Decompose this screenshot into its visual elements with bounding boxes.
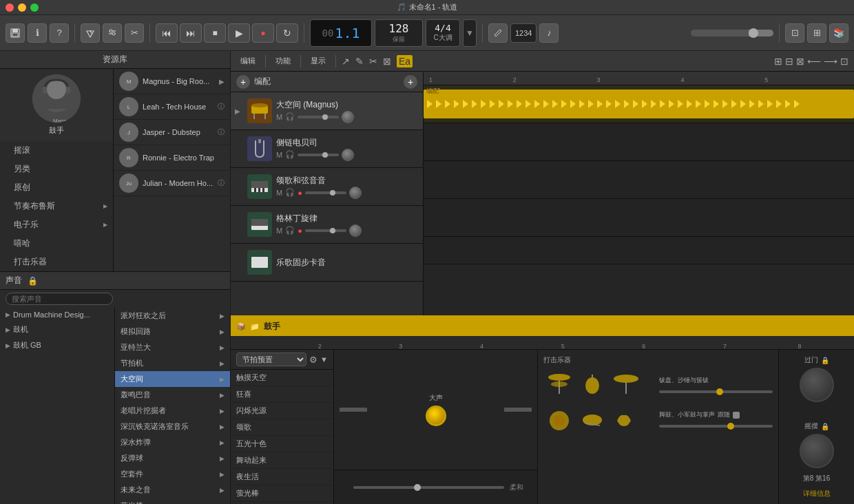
scissors-tool[interactable]: ✂ bbox=[369, 56, 377, 67]
library-button[interactable]: 📚 bbox=[829, 23, 848, 43]
record-enable-button[interactable]: ● bbox=[298, 227, 302, 235]
preset-thunder[interactable]: 轰鸣巴音 ▶ bbox=[115, 387, 230, 403]
de-icon-1[interactable]: 📦 bbox=[236, 322, 246, 331]
rewind-button[interactable]: ⏮ bbox=[156, 23, 178, 43]
grid-button[interactable]: ⊞ bbox=[807, 23, 826, 43]
category-item-rnb[interactable]: 节奏布鲁斯 bbox=[0, 197, 113, 216]
track-pan-knob[interactable] bbox=[342, 149, 354, 161]
headphone-button[interactable]: 🎧 bbox=[285, 112, 295, 121]
master-volume-knob[interactable] bbox=[749, 28, 758, 38]
record-enable-button[interactable]: ● bbox=[298, 189, 302, 197]
preset-select[interactable]: 节拍预置 bbox=[236, 353, 306, 366]
drummer-ronnie[interactable]: R Ronnie - Electro Trap bbox=[114, 145, 230, 171]
handclap-icon[interactable] bbox=[610, 406, 638, 433]
drummer-jasper[interactable]: J Jasper - Dubstep ⓘ bbox=[114, 120, 230, 145]
record-button[interactable]: ● bbox=[252, 23, 274, 43]
drummer-leah[interactable]: L Leah - Tech House ⓘ bbox=[114, 94, 230, 120]
track-volume-slider[interactable] bbox=[298, 154, 339, 156]
search-input[interactable] bbox=[6, 293, 113, 305]
preset-hymn[interactable]: 颂歌 bbox=[231, 419, 333, 436]
track-volume-slider[interactable] bbox=[305, 229, 346, 232]
edit-menu[interactable]: 编辑 bbox=[236, 54, 260, 67]
preset-gear-icon[interactable]: ⚙ bbox=[309, 355, 317, 365]
stop-button[interactable]: ■ bbox=[204, 23, 226, 43]
detail-link[interactable]: 详细信息 bbox=[803, 483, 831, 498]
preset-depth[interactable]: 深水炸弹 ▶ bbox=[115, 434, 230, 450]
preset-nightlife[interactable]: 夜生活 bbox=[231, 469, 333, 485]
preset-glow-stick[interactable]: 萤光棒 bbox=[231, 485, 333, 502]
drummer-magnus[interactable]: M Magnus - Big Roo... ▶ bbox=[114, 69, 230, 94]
kick-volume-slider[interactable] bbox=[659, 425, 773, 428]
settings-icon[interactable]: ⊡ bbox=[840, 56, 848, 67]
fast-forward-button[interactable]: ⏭ bbox=[180, 23, 202, 43]
loop-tool[interactable]: ⊠ bbox=[383, 56, 391, 67]
resize-left-icon[interactable]: ⟵ bbox=[807, 56, 821, 67]
category-item-electronic[interactable]: 电子乐 bbox=[0, 216, 113, 234]
category-item-percussion[interactable]: 打击乐器 bbox=[0, 253, 113, 271]
de-icon-2[interactable]: 📁 bbox=[250, 322, 260, 331]
smart-controls-icon[interactable]: ⊞ bbox=[774, 56, 782, 67]
kick-icon[interactable] bbox=[543, 403, 574, 434]
crash-icon[interactable] bbox=[610, 370, 641, 398]
track-pan-knob[interactable] bbox=[342, 111, 354, 123]
close-button[interactable] bbox=[6, 3, 14, 12]
preset-analog[interactable]: 模拟回路 ▶ bbox=[115, 324, 230, 339]
headphone-button[interactable]: 🎧 bbox=[285, 188, 295, 197]
preset-colorful[interactable]: 五光十色 bbox=[231, 436, 333, 452]
track-item-more[interactable]: 乐歌固步卡音 bbox=[231, 244, 423, 282]
swing-knob[interactable] bbox=[800, 434, 834, 468]
shaker-icon[interactable] bbox=[579, 370, 606, 398]
track-pan-knob[interactable] bbox=[349, 187, 362, 199]
timeline-track-4[interactable] bbox=[424, 199, 854, 237]
minimize-button[interactable] bbox=[18, 3, 26, 12]
lcd-arrow-btn[interactable]: ▼ bbox=[463, 19, 477, 47]
timeline-track-2[interactable] bbox=[424, 123, 854, 161]
preset-bigspace[interactable]: 大空间 ▶ bbox=[115, 371, 230, 387]
hihat-icon[interactable] bbox=[543, 370, 574, 398]
preset-bounce[interactable]: 反弹球 ▶ bbox=[115, 450, 230, 466]
func-menu[interactable]: 功能 bbox=[271, 54, 295, 67]
preset-party[interactable]: 派对狂欢之后 ▶ bbox=[115, 308, 230, 324]
drum-pattern[interactable] bbox=[424, 90, 854, 118]
track-item-melody[interactable]: 格林丁旋律 M 🎧 ● bbox=[231, 206, 423, 244]
category-item-original[interactable]: 原创 bbox=[0, 178, 113, 197]
arranger-add-button[interactable]: + bbox=[404, 75, 417, 89]
headphone-button[interactable]: 🎧 bbox=[285, 226, 295, 235]
preset-digger[interactable]: 老唱片挖掘者 ▶ bbox=[115, 403, 230, 419]
add-track-button[interactable]: + bbox=[236, 75, 250, 89]
mute-button[interactable]: M bbox=[276, 189, 282, 197]
pencil-button[interactable] bbox=[488, 23, 508, 43]
mixer-button[interactable] bbox=[103, 23, 122, 43]
help-button[interactable]: ? bbox=[50, 23, 69, 43]
snare-icon[interactable] bbox=[579, 406, 606, 433]
softhard-slider[interactable] bbox=[353, 486, 504, 489]
track-volume-slider[interactable] bbox=[305, 191, 346, 194]
timeline-track-1[interactable]: 编配 bbox=[424, 85, 854, 123]
preset-metronome[interactable]: 节拍机 ▶ bbox=[115, 355, 230, 371]
key-display[interactable]: 1234 bbox=[510, 23, 537, 43]
midi-tool[interactable]: Ea bbox=[397, 55, 413, 67]
preset-dance[interactable]: 舞动起来 bbox=[231, 452, 333, 469]
resize-right-icon[interactable]: ⟶ bbox=[824, 56, 837, 67]
loop-button[interactable]: ↻ bbox=[276, 23, 298, 43]
time-signature[interactable]: 4/4 C大调 bbox=[426, 19, 460, 47]
preset-empty[interactable]: 空套件 ▶ bbox=[115, 466, 230, 482]
preset-group-gb[interactable]: ▶ 鼓机 GB bbox=[0, 337, 114, 353]
view-menu[interactable]: 显示 bbox=[306, 54, 330, 67]
track-volume-slider[interactable] bbox=[298, 116, 339, 118]
expand-button[interactable]: ⊡ bbox=[785, 23, 804, 43]
master-volume-slider[interactable] bbox=[691, 30, 773, 36]
save-button[interactable] bbox=[6, 23, 25, 43]
category-item-alt[interactable]: 另类 bbox=[0, 160, 113, 178]
track-pan-knob[interactable] bbox=[349, 224, 362, 237]
loop-region-icon[interactable]: ⊠ bbox=[796, 56, 804, 67]
mute-button[interactable]: M bbox=[276, 227, 282, 235]
de-volume-knob[interactable] bbox=[426, 406, 446, 426]
track-item-sidechain[interactable]: 侧链电贝司 M 🎧 bbox=[231, 130, 423, 168]
preset-atlanta[interactable]: 亚特兰大 ▶ bbox=[115, 339, 230, 355]
preset-ecstasy[interactable]: 狂喜 bbox=[231, 386, 333, 403]
track-item-piano[interactable]: 颂歌和弦音音 M 🎧 ● bbox=[231, 168, 423, 206]
preset-chevron-icon[interactable]: ▼ bbox=[320, 355, 328, 364]
metronome-button[interactable] bbox=[81, 23, 100, 43]
play-button[interactable]: ▶ bbox=[228, 23, 250, 43]
